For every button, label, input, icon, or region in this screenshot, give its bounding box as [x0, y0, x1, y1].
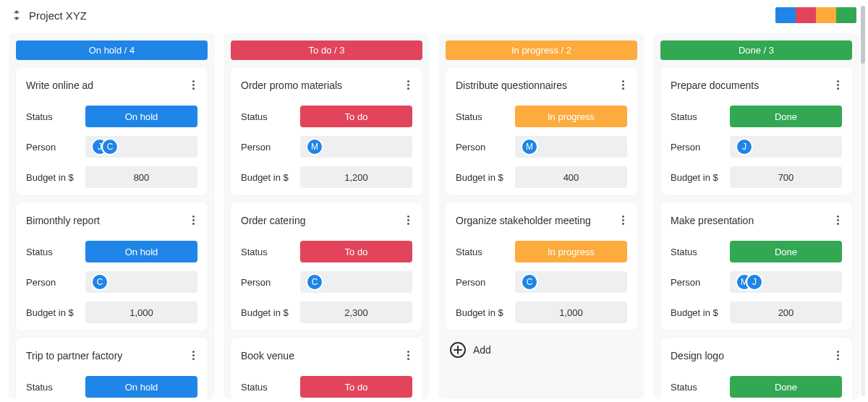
- avatar[interactable]: J: [736, 138, 753, 155]
- person-row: PersonJ: [671, 136, 842, 158]
- person-label: Person: [26, 142, 78, 153]
- card[interactable]: Book venueStatusTo doPerson: [231, 338, 422, 399]
- status-pill[interactable]: To do: [300, 106, 412, 127]
- status-row: StatusIn progress: [456, 106, 627, 127]
- person-pill[interactable]: C: [515, 271, 627, 293]
- budget-value[interactable]: 2,300: [300, 302, 412, 323]
- card-title: Distribute questionnaires: [456, 80, 567, 91]
- card-title-row: Order catering: [241, 213, 412, 228]
- person-pill[interactable]: M: [515, 136, 627, 158]
- kebab-menu-icon[interactable]: [404, 213, 412, 228]
- budget-row: Budget in $700: [671, 166, 842, 188]
- column-header[interactable]: On hold / 4: [16, 40, 208, 60]
- kebab-menu-icon[interactable]: [834, 213, 842, 228]
- expand-icon[interactable]: [12, 10, 22, 20]
- kebab-menu-icon[interactable]: [190, 213, 197, 228]
- status-row: StatusOn hold: [26, 106, 197, 127]
- person-pill[interactable]: MJ: [730, 271, 842, 293]
- add-card-button[interactable]: Add: [446, 338, 637, 362]
- budget-value[interactable]: 1,000: [85, 302, 197, 323]
- card[interactable]: Order cateringStatusTo doPersonCBudget i…: [231, 202, 422, 330]
- person-pill[interactable]: J: [730, 136, 842, 158]
- column-header[interactable]: Done / 3: [660, 40, 852, 60]
- avatar[interactable]: M: [521, 138, 538, 155]
- kebab-menu-icon[interactable]: [834, 77, 842, 93]
- card-title: Design logo: [671, 350, 724, 362]
- budget-row: Budget in $800: [26, 166, 197, 188]
- budget-value[interactable]: 400: [515, 166, 627, 188]
- person-row: PersonM: [241, 136, 412, 158]
- budget-label: Budget in $: [456, 307, 508, 318]
- add-label: Add: [473, 344, 491, 356]
- kebab-menu-icon[interactable]: [190, 348, 197, 363]
- status-pill[interactable]: To do: [300, 376, 412, 398]
- status-label: Status: [241, 111, 293, 122]
- avatar[interactable]: C: [101, 138, 119, 155]
- person-pill[interactable]: C: [300, 271, 412, 293]
- budget-value[interactable]: 1,200: [300, 166, 412, 188]
- status-label: Status: [26, 247, 78, 257]
- card[interactable]: Write online adStatusOn holdPersonJCBudg…: [16, 67, 208, 195]
- budget-row: Budget in $2,300: [241, 302, 412, 323]
- card[interactable]: Design logoStatusDonePerson: [660, 338, 852, 399]
- status-pill[interactable]: Done: [730, 376, 842, 398]
- status-pill[interactable]: In progress: [515, 241, 627, 262]
- status-pill[interactable]: Done: [730, 106, 842, 127]
- person-label: Person: [241, 277, 293, 288]
- status-label: Status: [456, 111, 508, 122]
- avatar[interactable]: C: [521, 273, 538, 291]
- kebab-menu-icon[interactable]: [619, 77, 627, 93]
- status-pill[interactable]: On hold: [85, 376, 197, 398]
- card[interactable]: Distribute questionnairesStatusIn progre…: [446, 67, 637, 195]
- card[interactable]: Make presentationStatusDonePersonMJBudge…: [660, 202, 852, 330]
- legend-red[interactable]: [796, 7, 816, 23]
- budget-value[interactable]: 200: [730, 302, 842, 323]
- person-label: Person: [456, 277, 508, 288]
- status-pill[interactable]: On hold: [85, 106, 197, 127]
- column-header[interactable]: To do / 3: [231, 40, 422, 60]
- color-legend[interactable]: [775, 7, 856, 23]
- card[interactable]: Trip to partner factoryStatusOn holdPers…: [16, 338, 208, 399]
- column-header[interactable]: In progress / 2: [446, 40, 637, 60]
- person-row: PersonMJ: [671, 271, 842, 293]
- legend-orange[interactable]: [816, 7, 836, 23]
- avatar[interactable]: C: [306, 273, 323, 291]
- kebab-menu-icon[interactable]: [404, 348, 412, 363]
- kebab-menu-icon[interactable]: [619, 213, 627, 228]
- status-label: Status: [671, 247, 723, 257]
- card[interactable]: Bimonthly reportStatusOn holdPersonCBudg…: [16, 202, 208, 330]
- status-row: StatusTo do: [241, 376, 412, 398]
- kebab-menu-icon[interactable]: [190, 77, 197, 93]
- person-pill[interactable]: C: [85, 271, 197, 293]
- budget-row: Budget in $1,200: [241, 166, 412, 188]
- scrollbar-thumb[interactable]: [861, 6, 865, 64]
- budget-value[interactable]: 1,000: [515, 302, 627, 323]
- person-label: Person: [26, 277, 78, 288]
- person-pill[interactable]: JC: [85, 136, 197, 158]
- status-row: StatusOn hold: [26, 376, 197, 398]
- kebab-menu-icon[interactable]: [404, 77, 412, 93]
- status-pill[interactable]: On hold: [85, 241, 197, 262]
- legend-blue[interactable]: [775, 7, 796, 23]
- budget-value[interactable]: 800: [85, 166, 197, 188]
- status-row: StatusDone: [671, 106, 842, 127]
- kebab-menu-icon[interactable]: [834, 348, 842, 363]
- card[interactable]: Prepare documentsStatusDonePersonJBudget…: [660, 67, 852, 195]
- status-pill[interactable]: In progress: [515, 106, 627, 127]
- card-title-row: Distribute questionnaires: [456, 77, 627, 93]
- avatar[interactable]: M: [306, 138, 323, 155]
- status-row: StatusTo do: [241, 106, 412, 127]
- card[interactable]: Order promo materialsStatusTo doPersonMB…: [231, 67, 422, 195]
- status-pill[interactable]: Done: [730, 241, 842, 262]
- card-title: Trip to partner factory: [26, 350, 122, 362]
- person-pill[interactable]: M: [300, 136, 412, 158]
- legend-green[interactable]: [836, 7, 856, 23]
- avatar[interactable]: C: [91, 273, 109, 291]
- status-pill[interactable]: To do: [300, 241, 412, 262]
- card[interactable]: Organize stakeholder meetingStatusIn pro…: [446, 202, 637, 330]
- status-row: StatusOn hold: [26, 241, 197, 262]
- avatar[interactable]: J: [746, 273, 763, 291]
- budget-value[interactable]: 700: [730, 166, 842, 188]
- person-row: PersonM: [456, 136, 627, 158]
- card-title: Write online ad: [26, 80, 93, 91]
